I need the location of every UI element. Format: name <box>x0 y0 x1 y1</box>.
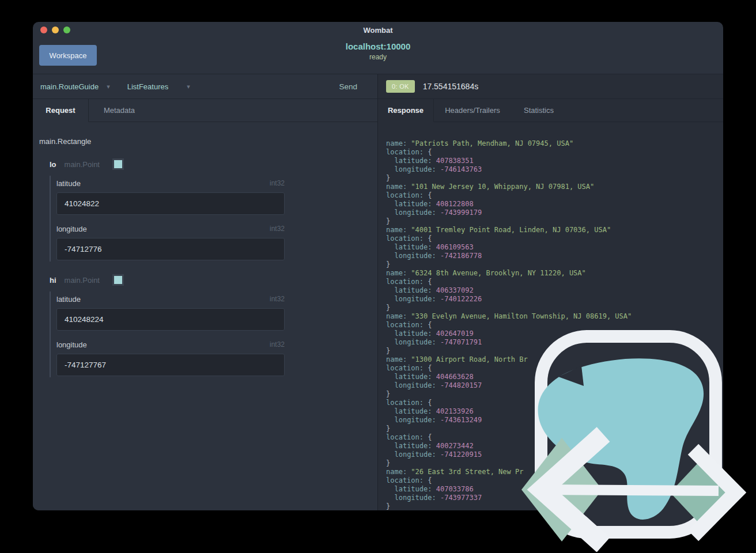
group-type: main.Point <box>65 276 100 285</box>
title-bar: Wombat <box>33 22 723 38</box>
service-select-value: main.RouteGuide <box>40 82 99 91</box>
group-type: main.Point <box>65 160 100 169</box>
response-line: location: { <box>386 148 723 157</box>
response-line: } <box>386 217 723 226</box>
field-proto-type: int32 <box>270 340 285 349</box>
response-toolbar: 0: OK 17.554151684s <box>378 74 723 99</box>
tab-statistics[interactable]: Statistics <box>511 99 566 122</box>
latitude-input[interactable] <box>56 308 285 331</box>
response-line: longitude: -742186778 <box>386 252 723 260</box>
window-title: Wombat <box>363 26 392 35</box>
status-badge: 0: OK <box>386 80 415 93</box>
method-select[interactable]: ListFeatures ▾ <box>127 82 190 91</box>
server-address: localhost:10000 <box>33 41 723 51</box>
response-line: name: "Patriots Path, Mendham, NJ 07945,… <box>386 139 723 148</box>
tab-metadata[interactable]: Metadata <box>89 99 150 122</box>
response-line: longitude: -740122226 <box>386 295 723 304</box>
field-group-lo: lo main.Point latitude int32 <box>50 158 377 262</box>
field-latitude: latitude int32 <box>56 291 377 331</box>
field-longitude: longitude int32 <box>56 215 377 260</box>
tab-headers-trailers[interactable]: Headers/Trailers <box>434 99 511 122</box>
group-enable-checkbox[interactable] <box>112 158 124 170</box>
group-name: hi <box>50 276 56 285</box>
response-line: latitude: 406337092 <box>386 286 723 295</box>
response-line: location: { <box>386 191 723 200</box>
request-form: main.Rectangle lo main.Point latitude in… <box>33 122 377 377</box>
response-line: longitude: -743999179 <box>386 209 723 217</box>
group-enable-checkbox[interactable] <box>112 274 124 286</box>
close-button[interactable] <box>40 26 47 33</box>
field-latitude: latitude int32 <box>56 176 377 215</box>
response-tabbar: Response Headers/Trailers Statistics <box>378 99 723 122</box>
chevron-down-icon: ▾ <box>107 83 110 90</box>
group-name: lo <box>50 160 56 169</box>
desktop: { "window": { "title": "Wombat" }, "head… <box>0 0 756 553</box>
response-line: } <box>386 304 723 312</box>
tab-response[interactable]: Response <box>378 99 434 122</box>
wombat-logo-watermark <box>516 321 746 552</box>
minimize-button[interactable] <box>52 26 59 33</box>
field-group-hi: hi main.Point latitude int32 <box>50 274 377 377</box>
zoom-button[interactable] <box>63 26 70 33</box>
tab-request[interactable]: Request <box>33 99 89 122</box>
request-toolbar: main.RouteGuide ▾ ListFeatures ▾ Send <box>33 74 377 99</box>
field-label: longitude <box>56 225 87 233</box>
field-proto-type: int32 <box>270 295 285 304</box>
response-line: name: "6324 8th Avenue, Brooklyn, NY 112… <box>386 269 723 278</box>
field-label: latitude <box>56 295 81 304</box>
header: Workspace localhost:10000 ready <box>33 38 723 74</box>
server-info: localhost:10000 ready <box>33 41 723 61</box>
latitude-input[interactable] <box>56 192 285 215</box>
method-select-value: ListFeatures <box>127 82 169 91</box>
response-line: longitude: -746143763 <box>386 165 723 174</box>
response-line: } <box>386 260 723 269</box>
response-line: location: { <box>386 234 723 243</box>
response-line: location: { <box>386 278 723 286</box>
response-line: name: "330 Evelyn Avenue, Hamilton Towns… <box>386 312 723 321</box>
field-label: latitude <box>56 179 81 188</box>
duration-label: 17.554151684s <box>423 82 479 91</box>
response-line: name: "4001 Tremley Point Road, Linden, … <box>386 226 723 234</box>
longitude-input[interactable] <box>56 238 285 260</box>
response-line: latitude: 406109563 <box>386 243 723 252</box>
response-line: name: "101 New Jersey 10, Whippany, NJ 0… <box>386 183 723 191</box>
request-panel: main.RouteGuide ▾ ListFeatures ▾ Send Re… <box>33 74 377 510</box>
request-tabbar: Request Metadata <box>33 99 377 122</box>
field-proto-type: int32 <box>270 225 285 233</box>
response-line: latitude: 407838351 <box>386 157 723 165</box>
response-line: latitude: 408122808 <box>386 200 723 209</box>
traffic-lights <box>40 26 70 33</box>
field-proto-type: int32 <box>270 179 285 188</box>
send-button[interactable]: Send <box>339 82 357 91</box>
server-status: ready <box>33 53 723 61</box>
chevron-down-icon: ▾ <box>187 83 190 90</box>
field-label: longitude <box>56 340 87 349</box>
service-select[interactable]: main.RouteGuide ▾ <box>40 82 110 91</box>
field-longitude: longitude int32 <box>56 331 377 376</box>
longitude-input[interactable] <box>56 354 285 376</box>
response-line: } <box>386 174 723 183</box>
message-type-label: main.Rectangle <box>39 137 377 146</box>
